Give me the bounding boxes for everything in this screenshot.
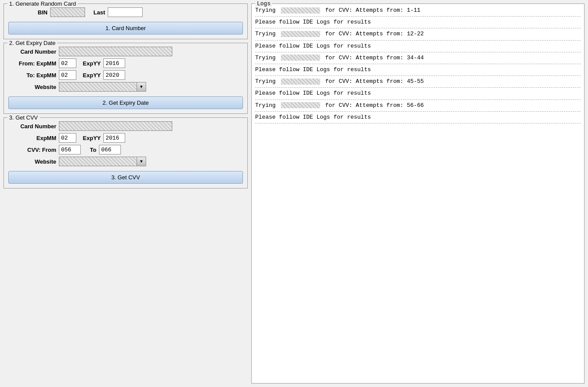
section2-dropdown-arrow[interactable]: ▼: [137, 82, 146, 92]
section3-expyy-label: ExpYY: [79, 135, 101, 141]
log-entry-trying: Trying for CVV: Attempts from: 12-22: [255, 30, 581, 38]
log-redacted: [281, 31, 320, 37]
last-label: Last: [88, 9, 105, 16]
section3-cvv-to-label: To: [83, 147, 96, 153]
log-entry: Please follow IDE Logs for results: [255, 89, 581, 97]
section3-cardnum-label: Card Number: [8, 123, 56, 130]
main-container: 1. Generate Random Card BIN Last 1. Card…: [0, 0, 588, 387]
log-entry: Please follow IDE Logs for results: [255, 42, 581, 50]
log-entry: Please follow IDE Logs for results: [255, 113, 581, 121]
section2-to-row: To: ExpMM ExpYY: [8, 70, 243, 80]
from-expmm-input[interactable]: [59, 58, 76, 68]
section3-title: 3. Get CVV: [7, 114, 40, 121]
section2-cardnum-input[interactable]: [59, 47, 172, 56]
logs-title: Logs: [255, 0, 272, 7]
generate-card-button[interactable]: 1. Card Number: [8, 22, 243, 34]
section3-cvv-from-label: CVV: From: [8, 147, 56, 153]
section2-website-select[interactable]: [59, 82, 146, 92]
logs-container: Trying for CVV: Attempts from: 1-11Pleas…: [255, 7, 581, 123]
section-expiry: 2. Get Expiry Date Card Number From: Exp…: [3, 43, 248, 114]
last-input[interactable]: [108, 7, 143, 17]
get-cvv-button[interactable]: 3. Get CVV: [8, 171, 243, 184]
log-divider: [255, 99, 581, 100]
section3-dropdown-arrow[interactable]: ▼: [137, 157, 146, 166]
from-expyy-input[interactable]: [103, 58, 125, 68]
log-redacted: [281, 79, 320, 85]
section3-cardnum-row: Card Number: [8, 121, 243, 131]
section3-exp-row: ExpMM ExpYY: [8, 133, 243, 143]
to-expmm-input[interactable]: [59, 70, 76, 80]
section3-website-row: Website ▼: [8, 157, 243, 166]
bin-input[interactable]: [50, 7, 85, 17]
log-entry-trying: Trying for CVV: Attempts from: 45-55: [255, 78, 581, 86]
section2-from-row: From: ExpMM ExpYY: [8, 58, 243, 68]
left-panel: 1. Generate Random Card BIN Last 1. Card…: [3, 3, 248, 384]
log-divider: [255, 75, 581, 76]
log-redacted: [281, 55, 320, 61]
section3-expmm-input[interactable]: [59, 133, 76, 143]
section3-expyy-input[interactable]: [103, 133, 125, 143]
log-entry: Please follow IDE Logs for results: [255, 66, 581, 74]
log-divider: [255, 16, 581, 17]
section2-title: 2. Get Expiry Date: [7, 40, 57, 46]
from-expmm-label: From: ExpMM: [8, 60, 56, 67]
log-entry-trying: Trying for CVV: Attempts from: 1-11: [255, 7, 581, 14]
log-divider: [255, 111, 581, 112]
log-divider: [255, 28, 581, 28]
section2-website-label: Website: [8, 84, 56, 90]
get-expiry-button[interactable]: 2. Get Expiry Date: [8, 96, 243, 109]
section3-cvv-from-input[interactable]: [59, 145, 81, 154]
section1-title: 1. Generate Random Card: [7, 0, 78, 7]
section3-cvv-to-input[interactable]: [99, 145, 121, 154]
section3-cardnum-input[interactable]: [59, 121, 172, 131]
log-entry: Please follow IDE Logs for results: [255, 18, 581, 26]
section-cvv: 3. Get CVV Card Number ExpMM ExpYY CVV: …: [3, 117, 248, 188]
log-divider: [255, 40, 581, 41]
log-divider: [255, 123, 581, 123]
section2-website-select-wrapper: ▼: [59, 82, 146, 92]
section2-website-row: Website ▼: [8, 82, 243, 92]
to-expmm-label: To: ExpMM: [8, 72, 56, 79]
log-redacted: [281, 102, 320, 108]
section3-website-label: Website: [8, 158, 56, 165]
section-generate-card: 1. Generate Random Card BIN Last 1. Card…: [3, 3, 248, 39]
section3-website-select-wrapper: ▼: [59, 157, 146, 166]
from-expyy-label: ExpYY: [79, 60, 101, 67]
section3-website-select[interactable]: [59, 157, 146, 166]
section3-expmm-label: ExpMM: [8, 135, 56, 141]
log-entry-trying: Trying for CVV: Attempts from: 34-44: [255, 54, 581, 62]
section3-cvv-row: CVV: From To: [8, 145, 243, 154]
log-entry-trying: Trying for CVV: Attempts from: 56-66: [255, 102, 581, 110]
log-divider: [255, 52, 581, 52]
logs-panel: Logs Trying for CVV: Attempts from: 1-11…: [251, 3, 585, 384]
section2-cardnum-label: Card Number: [8, 48, 56, 55]
section1-bin-row: BIN Last: [8, 7, 243, 17]
to-expyy-input[interactable]: [103, 70, 125, 80]
log-redacted: [281, 7, 320, 14]
bin-label: BIN: [8, 9, 48, 16]
log-divider: [255, 64, 581, 64]
to-expyy-label: ExpYY: [79, 72, 101, 79]
log-divider: [255, 87, 581, 88]
section2-cardnum-row: Card Number: [8, 47, 243, 56]
